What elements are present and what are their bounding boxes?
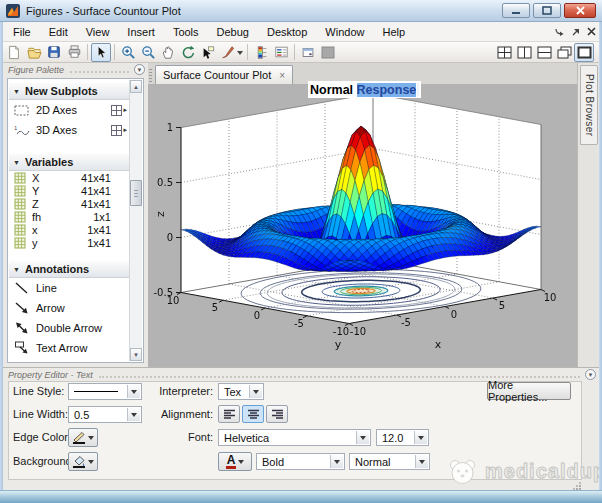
- window-title: Figures - Surface Countour Plot: [26, 5, 499, 17]
- dropdown-caret-icon: [88, 460, 94, 467]
- font-family-dropdown[interactable]: Helvetica: [218, 429, 371, 446]
- alignment-label: Alignment:: [143, 408, 213, 420]
- palette-item-2d-axes[interactable]: 2D Axes ▸: [8, 100, 143, 120]
- zoom-out-icon[interactable]: [138, 43, 158, 62]
- subplot-grid-button[interactable]: ▸: [111, 105, 127, 116]
- menu-tools[interactable]: Tools: [164, 24, 208, 40]
- plot-title-editor[interactable]: Normal Response: [308, 81, 421, 98]
- line-width-dropdown[interactable]: 0.5: [68, 406, 142, 423]
- align-right-button[interactable]: [266, 405, 288, 423]
- float-windows-icon[interactable]: [554, 43, 574, 62]
- tab-close-icon[interactable]: ×: [279, 70, 285, 81]
- insert-colorbar-icon[interactable]: [251, 43, 271, 62]
- print-icon[interactable]: [64, 43, 84, 62]
- window-border-left: [0, 22, 3, 490]
- scroll-down-icon[interactable]: ▼: [130, 348, 142, 361]
- section-new-subplots[interactable]: ▼ New Subplots: [9, 83, 129, 100]
- zoom-in-icon[interactable]: [118, 43, 138, 62]
- dock-arrow-icon[interactable]: [554, 27, 565, 37]
- palette-menu-button[interactable]: ▼: [134, 64, 145, 75]
- menu-file[interactable]: File: [4, 24, 40, 40]
- variable-row-y[interactable]: y 1x41: [8, 236, 143, 249]
- undock-icon[interactable]: [571, 27, 581, 37]
- brush-dropdown-icon[interactable]: [236, 45, 244, 59]
- variable-row-Z[interactable]: Z 41x41: [8, 197, 143, 210]
- tile-grid-icon[interactable]: [494, 43, 514, 62]
- font-label: Font:: [143, 431, 213, 443]
- toolbar-separator: [87, 44, 88, 60]
- figure-palette-list: ▼ New Subplots 2D Axes ▸ 1 3D Axes ▸ ▼: [7, 78, 144, 363]
- open-file-icon[interactable]: [24, 43, 44, 62]
- annotation-line[interactable]: Line: [8, 278, 143, 298]
- background-label: Background:: [13, 455, 75, 467]
- font-color-button[interactable]: A: [218, 452, 252, 471]
- tab-plot-browser[interactable]: Plot Browser: [580, 65, 598, 145]
- tabstrip-gripper[interactable]: [149, 67, 152, 82]
- section-variables[interactable]: ▼ Variables: [9, 154, 129, 171]
- scroll-up-icon[interactable]: ▲: [130, 80, 142, 93]
- background-color-button[interactable]: [68, 452, 98, 471]
- pointer-tool-icon[interactable]: [91, 43, 111, 62]
- align-left-button[interactable]: [218, 405, 240, 423]
- align-center-button[interactable]: [242, 405, 264, 423]
- close-pane-icon[interactable]: [587, 27, 596, 36]
- pen-color-icon: [72, 431, 86, 444]
- palette-item-3d-axes[interactable]: 1 3D Axes ▸: [8, 120, 143, 140]
- insert-legend-icon[interactable]: [271, 43, 291, 62]
- line-style-dropdown[interactable]: [68, 383, 142, 400]
- tab-surface-contour-plot[interactable]: Surface Countour Plot ×: [155, 65, 293, 84]
- annotation-arrow[interactable]: Arrow: [8, 298, 143, 318]
- dropdown-caret-icon: [88, 436, 94, 443]
- subplot-grid-button[interactable]: ▸: [111, 125, 127, 136]
- variable-row-x[interactable]: x 1x41: [8, 223, 143, 236]
- scrollbar-thumb[interactable]: [130, 180, 142, 206]
- pan-hand-icon[interactable]: [158, 43, 178, 62]
- matrix-icon: [14, 185, 26, 197]
- close-button[interactable]: [564, 3, 596, 18]
- interpreter-dropdown[interactable]: Tex: [218, 383, 264, 400]
- edge-color-label: Edge Color:: [13, 431, 71, 443]
- tile-columns-icon[interactable]: [514, 43, 534, 62]
- surface-plot-canvas[interactable]: [148, 84, 577, 367]
- resize-grip[interactable]: [573, 482, 581, 490]
- maximize-tab-icon[interactable]: [574, 43, 594, 62]
- tile-rows-icon[interactable]: [534, 43, 554, 62]
- figure-area: [148, 84, 577, 367]
- font-size-dropdown[interactable]: 12.0: [376, 429, 429, 446]
- new-file-icon[interactable]: [4, 43, 24, 62]
- more-properties-button[interactable]: More Properties...: [487, 382, 571, 400]
- font-style-dropdown[interactable]: Normal: [349, 453, 430, 470]
- property-editor-menu-button[interactable]: ▼: [585, 369, 596, 380]
- brush-icon[interactable]: [218, 43, 238, 62]
- hide-plot-tools-icon[interactable]: [298, 43, 318, 62]
- minimize-button[interactable]: [502, 3, 530, 18]
- variable-row-fh[interactable]: fh 1x1: [8, 210, 143, 223]
- palette-scrollbar[interactable]: ▲ ▼: [129, 80, 142, 361]
- menu-desktop[interactable]: Desktop: [258, 24, 316, 40]
- annotation-double-arrow[interactable]: Double Arrow: [8, 318, 143, 338]
- variable-row-Y[interactable]: Y 41x41: [8, 184, 143, 197]
- menu-help[interactable]: Help: [373, 24, 414, 40]
- line-style-sample: [74, 391, 118, 392]
- menu-edit[interactable]: Edit: [40, 24, 77, 40]
- dropdown-caret-icon: [249, 385, 262, 398]
- variable-row-X[interactable]: X 41x41: [8, 171, 143, 184]
- save-icon[interactable]: [44, 43, 64, 62]
- text-arrow-annotation-icon: [14, 340, 30, 356]
- toolbar-separator: [294, 44, 295, 60]
- inactive-block-icon: [318, 43, 338, 62]
- data-cursor-icon[interactable]: [198, 43, 218, 62]
- edge-color-button[interactable]: [68, 428, 98, 447]
- section-annotations[interactable]: ▼ Annotations: [9, 261, 129, 278]
- menu-insert[interactable]: Insert: [118, 24, 164, 40]
- dropdown-caret-icon: [127, 408, 140, 421]
- menu-view[interactable]: View: [77, 24, 119, 40]
- menu-window[interactable]: Window: [316, 24, 373, 40]
- rotate-3d-icon[interactable]: [178, 43, 198, 62]
- maximize-button[interactable]: [533, 3, 561, 18]
- collapse-icon: ▼: [13, 266, 20, 273]
- font-weight-dropdown[interactable]: Bold: [256, 453, 345, 470]
- menu-debug[interactable]: Debug: [208, 24, 258, 40]
- annotation-text-arrow[interactable]: Text Arrow: [8, 338, 143, 358]
- collapse-icon: ▼: [13, 159, 20, 166]
